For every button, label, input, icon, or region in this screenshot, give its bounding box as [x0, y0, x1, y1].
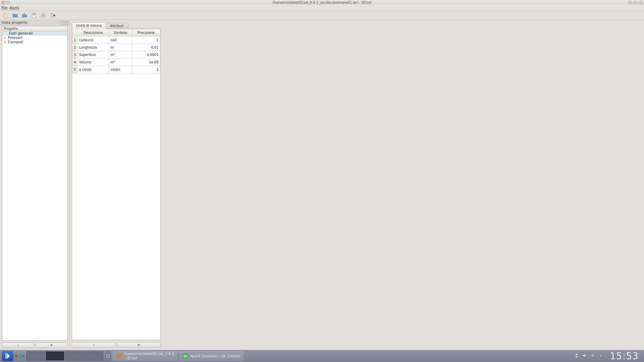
show-desktop-icon[interactable] — [105, 351, 111, 361]
tree-add-button[interactable]: + — [36, 343, 68, 348]
volume-tray-icon[interactable] — [582, 353, 587, 359]
cell-prec[interactable]: 1 — [132, 66, 160, 73]
menu-file[interactable]: File — [1, 6, 7, 10]
svg-rect-4 — [42, 16, 44, 17]
print-icon[interactable] — [40, 12, 47, 19]
table-row[interactable]: 3 Superficie m² 0,0001 — [72, 51, 160, 59]
exit-icon[interactable] — [49, 12, 56, 19]
qt-icon: Qt — [182, 353, 189, 359]
task-entry-qtcreator[interactable]: Qt qcost [master] - Qt Creator — [179, 351, 244, 361]
virtual-desktop-pager[interactable] — [26, 351, 103, 361]
save-icon[interactable] — [30, 12, 38, 19]
activity-switcher[interactable] — [15, 355, 24, 357]
cell-prec[interactable]: 1 — [132, 37, 160, 44]
row-header[interactable]: 4 — [72, 59, 77, 66]
cell-sym[interactable]: cad. — [109, 37, 132, 44]
import-icon[interactable] — [21, 12, 28, 19]
row-header[interactable]: 1 — [72, 37, 77, 44]
desktop-2[interactable] — [46, 351, 64, 361]
cell-desc[interactable]: Volume — [77, 59, 109, 66]
row-remove-button[interactable]: - — [72, 342, 116, 348]
desktop-1[interactable] — [26, 351, 45, 361]
cell-sym[interactable]: m² — [109, 51, 132, 59]
new-file-icon[interactable] — [2, 12, 9, 19]
task-label: /home/mickele/QCost_0.6.1 — [124, 352, 174, 356]
tabs: Unità di misura Attributi — [72, 22, 641, 29]
tree-item-dati-generali[interactable]: Dati generali — [2, 31, 67, 36]
expander-icon[interactable]: ▸ — [4, 36, 7, 39]
col-header-simbolo[interactable]: Simbolo — [109, 29, 132, 37]
svg-rect-3 — [42, 13, 44, 15]
table-corner[interactable] — [72, 29, 77, 37]
units-table[interactable]: Descrizione Simbolo Precisione 1 cadauno… — [72, 28, 161, 340]
svg-rect-6 — [107, 355, 109, 357]
menu-help[interactable]: Aiuto — [9, 6, 19, 10]
dock-title-label: Vista progetto — [1, 20, 28, 25]
table-row[interactable]: 1 cadauno cad. 1 — [72, 37, 160, 44]
tab-attributes[interactable]: Attributi — [106, 23, 128, 29]
cell-desc[interactable]: Lunghezza — [77, 44, 109, 51]
open-folder-icon[interactable] — [11, 12, 19, 19]
col-header-precisione[interactable]: Precisione — [132, 29, 160, 37]
cell-desc[interactable]: cadauno — [77, 37, 109, 44]
cell-sym[interactable]: m³ — [109, 59, 132, 66]
cell-prec[interactable]: 0,0001 — [132, 51, 160, 59]
cell-prec[interactable]: 0.01 — [132, 44, 160, 51]
task-label: qcost [master] - Qt Creator — [191, 354, 240, 358]
dock-close-icon[interactable]: × — [65, 21, 68, 24]
menubar: File Aiuto — [0, 5, 644, 11]
project-tree[interactable]: Progetto Dati generali ▸ Prezzari ▸ Comp… — [2, 26, 67, 341]
row-header[interactable]: 5 — [72, 66, 77, 73]
dock-float-icon[interactable]: ◇ — [61, 21, 64, 24]
project-dock: Vista progetto ◇ × Progetto Dati general… — [0, 20, 70, 350]
tree-header[interactable]: Progetto — [2, 26, 67, 31]
svg-rect-1 — [33, 15, 35, 17]
table-row[interactable]: 4 Volume m³ 1e-06 — [72, 59, 160, 66]
desktop-4[interactable] — [85, 351, 103, 361]
svg-text:Qt: Qt — [184, 355, 187, 358]
cell-sym[interactable]: m — [109, 44, 132, 51]
cell-desc[interactable]: Superficie — [77, 51, 109, 59]
taskbar: /home/mickele/QCost_0.6.1 - QCost Qt qco… — [0, 350, 644, 362]
tree-item-prezzari[interactable]: ▸ Prezzari — [2, 36, 67, 40]
svg-rect-0 — [33, 13, 35, 15]
cell-prec[interactable]: 1e-06 — [132, 59, 160, 66]
row-header[interactable]: 3 — [72, 51, 77, 59]
task-label: - QCost — [124, 356, 174, 360]
row-add-button[interactable]: + — [117, 342, 161, 348]
row-header[interactable]: 2 — [72, 44, 77, 51]
tree-remove-button[interactable]: - — [2, 343, 34, 348]
window-title: /home/mickele/QCost_0.6.1_src/doc/esempi… — [0, 1, 644, 4]
svg-point-10 — [592, 355, 594, 356]
window-titlebar: /home/mickele/QCost_0.6.1_src/doc/esempi… — [0, 0, 644, 5]
clock[interactable]: 15:53 — [606, 351, 642, 362]
task-entry-qcost[interactable]: /home/mickele/QCost_0.6.1 - QCost — [113, 351, 177, 361]
kde-menu-icon[interactable] — [2, 351, 13, 361]
cell-desc[interactable]: a corpo — [77, 66, 109, 73]
table-row[interactable]: 5 a corpo corpo 1 — [72, 66, 160, 73]
clipboard-tray-icon[interactable] — [574, 353, 579, 359]
svg-rect-7 — [116, 354, 121, 358]
desktop-3[interactable] — [65, 351, 84, 361]
expander-icon[interactable]: ▸ — [4, 41, 7, 44]
tree-item-computi[interactable]: ▸ Computi — [2, 40, 67, 44]
tab-units[interactable]: Unità di misura — [72, 22, 106, 29]
svg-rect-5 — [51, 13, 53, 17]
network-tray-icon[interactable] — [590, 353, 595, 359]
tray-expand-icon[interactable] — [598, 353, 603, 359]
cell-sym[interactable]: corpo — [109, 66, 132, 73]
table-row[interactable]: 2 Lunghezza m 0.01 — [72, 44, 160, 51]
col-header-descrizione[interactable]: Descrizione — [77, 29, 109, 37]
dock-titlebar: Vista progetto ◇ × — [0, 20, 69, 25]
toolbar — [0, 11, 644, 20]
content-area: Unità di misura Attributi Descrizione Si… — [70, 20, 644, 350]
app-icon — [116, 353, 122, 359]
